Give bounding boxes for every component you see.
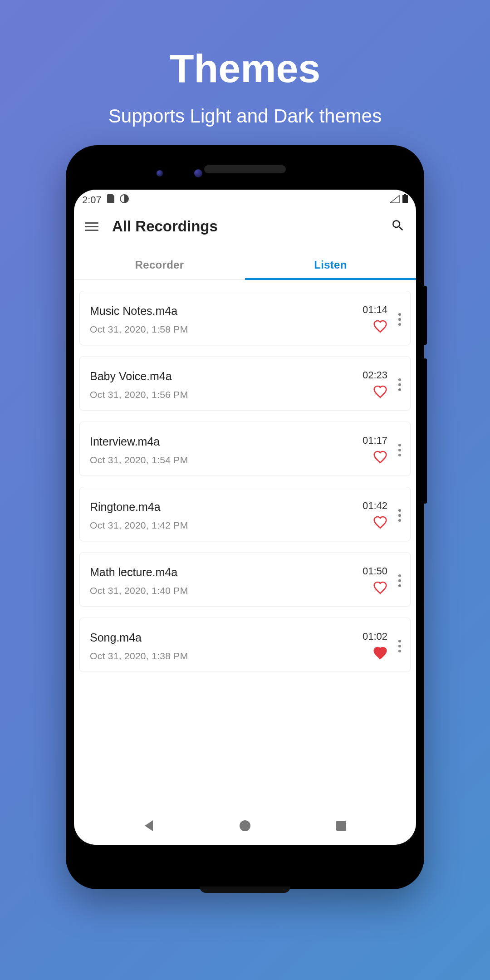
recording-date: Oct 31, 2020, 1:38 PM: [90, 651, 363, 662]
recording-card[interactable]: Ringtone.m4a Oct 31, 2020, 1:42 PM 01:42: [79, 487, 411, 541]
tab-listen[interactable]: Listen: [245, 249, 416, 279]
favorite-button[interactable]: [373, 646, 387, 662]
sd-card-icon: [107, 194, 114, 206]
recording-card[interactable]: Baby Voice.m4a Oct 31, 2020, 1:56 PM 02:…: [79, 356, 411, 411]
status-bar: 2:07: [74, 190, 416, 208]
signal-icon: [390, 194, 400, 206]
recording-duration: 02:23: [363, 369, 387, 381]
page-title: All Recordings: [112, 218, 377, 235]
recording-date: Oct 31, 2020, 1:56 PM: [90, 389, 363, 400]
app-bar: All Recordings: [74, 208, 416, 249]
favorite-button[interactable]: [373, 319, 387, 335]
status-time: 2:07: [82, 194, 102, 206]
recording-title: Song.m4a: [90, 631, 363, 644]
volume-button: [424, 358, 427, 504]
svg-rect-1: [402, 195, 408, 203]
favorite-button[interactable]: [373, 581, 387, 596]
battery-icon: [402, 194, 408, 206]
recording-card[interactable]: Music Notes.m4a Oct 31, 2020, 1:58 PM 01…: [79, 291, 411, 345]
recording-card[interactable]: Interview.m4a Oct 31, 2020, 1:54 PM 01:1…: [79, 421, 411, 476]
heart-icon: [373, 385, 387, 398]
front-camera: [157, 170, 163, 176]
recording-date: Oct 31, 2020, 1:40 PM: [90, 585, 363, 596]
recordings-list[interactable]: Music Notes.m4a Oct 31, 2020, 1:58 PM 01…: [74, 280, 416, 808]
home-button[interactable]: [239, 819, 251, 834]
more-options-button[interactable]: [397, 376, 403, 394]
more-options-button[interactable]: [397, 506, 403, 524]
heart-icon: [373, 581, 387, 594]
promo-title: Themes: [0, 0, 490, 92]
recording-duration: 01:42: [363, 500, 387, 512]
recording-title: Math lecture.m4a: [90, 566, 363, 579]
recording-duration: 01:17: [363, 435, 387, 446]
recording-title: Interview.m4a: [90, 435, 363, 448]
recents-button[interactable]: [335, 820, 347, 833]
recording-duration: 01:50: [363, 565, 387, 577]
more-options-button[interactable]: [397, 572, 403, 590]
recording-date: Oct 31, 2020, 1:58 PM: [90, 324, 363, 335]
heart-icon: [373, 646, 387, 660]
more-options-button[interactable]: [397, 637, 403, 655]
tab-recorder[interactable]: Recorder: [74, 249, 245, 279]
favorite-button[interactable]: [373, 450, 387, 466]
recording-duration: 01:02: [363, 631, 387, 642]
heart-icon: [373, 319, 387, 333]
search-icon: [391, 218, 405, 233]
more-options-button[interactable]: [397, 441, 403, 459]
app-screen: 2:07 All Recordings: [74, 190, 416, 845]
recording-duration: 01:14: [363, 304, 387, 316]
search-button[interactable]: [391, 218, 405, 235]
svg-point-3: [240, 820, 250, 831]
back-button[interactable]: [143, 819, 155, 834]
system-nav-bar: [74, 808, 416, 845]
recording-card[interactable]: Song.m4a Oct 31, 2020, 1:38 PM 01:02: [79, 617, 411, 672]
app-status-icon: [120, 194, 129, 206]
recording-card[interactable]: Math lecture.m4a Oct 31, 2020, 1:40 PM 0…: [79, 552, 411, 607]
svg-rect-2: [404, 194, 406, 195]
phone-frame: 2:07 All Recordings: [66, 145, 424, 889]
promo-subtitle: Supports Light and Dark themes: [0, 105, 490, 127]
favorite-button[interactable]: [373, 385, 387, 400]
heart-icon: [373, 515, 387, 529]
recording-date: Oct 31, 2020, 1:42 PM: [90, 520, 363, 531]
more-options-button[interactable]: [397, 310, 403, 328]
recording-title: Baby Voice.m4a: [90, 370, 363, 383]
recording-date: Oct 31, 2020, 1:54 PM: [90, 455, 363, 466]
recording-title: Music Notes.m4a: [90, 304, 363, 318]
front-camera: [194, 169, 202, 177]
power-button: [424, 286, 427, 345]
svg-rect-4: [336, 821, 346, 831]
recording-title: Ringtone.m4a: [90, 500, 363, 514]
menu-button[interactable]: [85, 222, 98, 231]
tab-bar: Recorder Listen: [74, 249, 416, 280]
heart-icon: [373, 450, 387, 464]
favorite-button[interactable]: [373, 515, 387, 531]
